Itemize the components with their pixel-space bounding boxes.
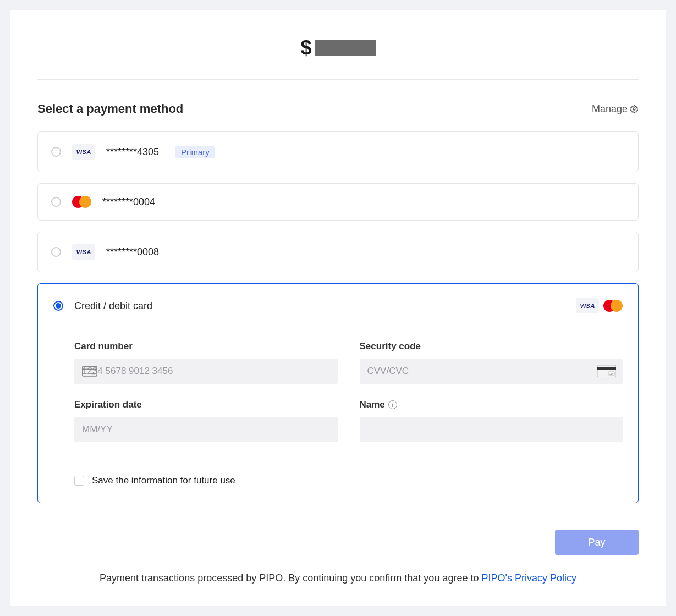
- section-header: Select a payment method Manage: [37, 102, 639, 116]
- radio-unselected[interactable]: [51, 197, 61, 207]
- gear-icon: [630, 105, 639, 113]
- amount-display: $: [300, 36, 375, 59]
- disclaimer: Payment transactions processed by PIPO. …: [37, 573, 639, 584]
- radio-unselected[interactable]: [51, 147, 61, 157]
- manage-link[interactable]: Manage: [592, 103, 639, 115]
- visa-logo: VISA: [576, 298, 599, 314]
- expiration-input[interactable]: [74, 417, 338, 442]
- card-masked-number: ********4305: [106, 146, 159, 158]
- field-name: Name i: [360, 399, 623, 442]
- manage-link-label: Manage: [592, 103, 628, 115]
- new-card-header: Credit / debit card VISA: [53, 298, 623, 314]
- primary-badge: Primary: [175, 146, 215, 158]
- save-label: Save the information for future use: [92, 475, 235, 486]
- pay-button[interactable]: Pay: [555, 530, 639, 555]
- field-card-number: Card number: [74, 341, 338, 384]
- new-card-label: Credit / debit card: [74, 300, 152, 312]
- mastercard-logo: [72, 196, 91, 208]
- card-masked-number: ********0004: [102, 196, 155, 208]
- name-label-text: Name: [360, 399, 385, 410]
- name-label: Name i: [360, 399, 623, 410]
- info-icon[interactable]: i: [388, 400, 397, 409]
- svg-point-0: [633, 108, 635, 110]
- payment-method-option[interactable]: VISA ********0008: [37, 232, 639, 272]
- privacy-policy-link[interactable]: PIPO's Privacy Policy: [481, 573, 576, 584]
- payment-method-option[interactable]: ********0004: [37, 183, 639, 221]
- card-number-input[interactable]: [74, 359, 338, 384]
- save-row: Save the information for future use: [53, 475, 623, 486]
- currency-symbol: $: [300, 36, 311, 59]
- expiration-label: Expiration date: [74, 399, 338, 410]
- disclaimer-text: Payment transactions processed by PIPO. …: [100, 573, 481, 584]
- field-expiration: Expiration date: [74, 399, 338, 442]
- amount-row: $: [37, 26, 639, 80]
- section-title: Select a payment method: [37, 102, 183, 116]
- supported-brands: VISA: [576, 298, 623, 314]
- card-masked-number: ********0008: [106, 246, 159, 258]
- name-input[interactable]: [360, 417, 623, 442]
- visa-logo: VISA: [72, 144, 95, 160]
- radio-unselected[interactable]: [51, 247, 61, 257]
- card-form: Card number Security code CVV: [53, 341, 623, 442]
- radio-selected[interactable]: [53, 301, 63, 311]
- security-code-label: Security code: [360, 341, 623, 352]
- security-code-input[interactable]: [360, 359, 623, 384]
- card-number-label: Card number: [74, 341, 338, 352]
- payment-panel: $ Select a payment method Manage VISA **…: [10, 10, 666, 606]
- visa-logo: VISA: [72, 244, 95, 260]
- pay-row: Pay: [37, 530, 639, 555]
- field-security-code: Security code CVV: [360, 341, 623, 384]
- payment-method-option[interactable]: VISA ********4305 Primary: [37, 131, 639, 172]
- save-checkbox[interactable]: [74, 476, 84, 486]
- payment-method-new-card[interactable]: Credit / debit card VISA Card number Sec…: [37, 283, 639, 503]
- amount-redacted: [315, 40, 376, 56]
- mastercard-logo: [603, 300, 623, 312]
